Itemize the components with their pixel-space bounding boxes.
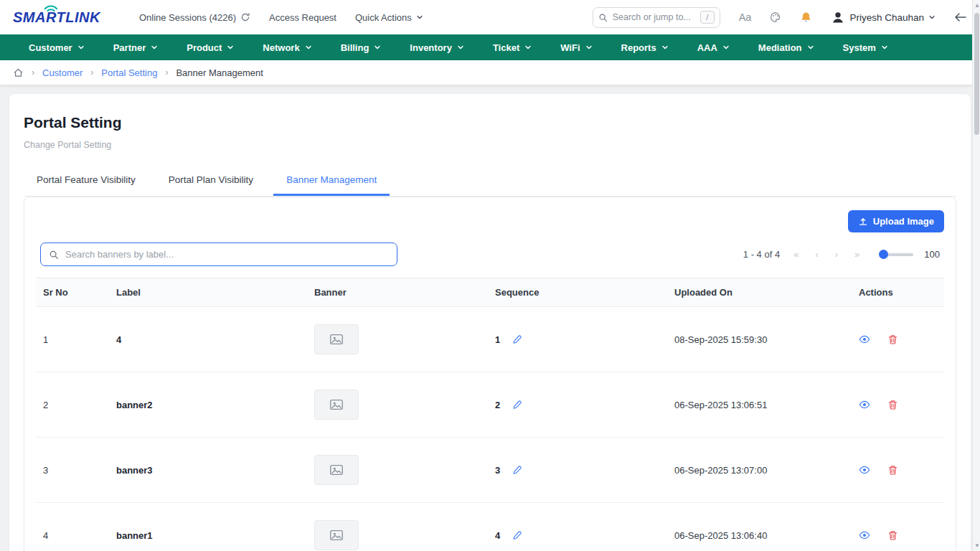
view-banner-icon[interactable] bbox=[859, 399, 870, 410]
back-arrow-icon[interactable] bbox=[954, 12, 967, 22]
nav-label: System bbox=[843, 42, 876, 53]
tab-banner-management[interactable]: Banner Management bbox=[273, 167, 390, 196]
nav-item-partner[interactable]: Partner bbox=[113, 42, 159, 53]
search-icon bbox=[598, 13, 608, 22]
chevron-down-icon bbox=[374, 44, 381, 51]
sr-no: 3 bbox=[36, 438, 109, 503]
delete-banner-icon[interactable] bbox=[887, 530, 898, 541]
image-icon bbox=[329, 331, 344, 347]
page-subtitle: Change Portal Setting bbox=[24, 140, 956, 150]
nav-item-product[interactable]: Product bbox=[187, 42, 234, 53]
view-banner-icon[interactable] bbox=[859, 464, 870, 476]
sequence-value: 4 bbox=[495, 530, 500, 541]
nav-item-aaa[interactable]: AAA bbox=[697, 42, 730, 53]
tab-portal-feature-visibility[interactable]: Portal Feature Visibility bbox=[24, 167, 149, 196]
nav-item-billing[interactable]: Billing bbox=[341, 42, 382, 53]
first-page-button[interactable]: « bbox=[791, 249, 801, 260]
breadcrumb-customer[interactable]: Customer bbox=[42, 67, 83, 78]
delete-banner-icon[interactable] bbox=[887, 400, 898, 410]
scroll-up-arrow[interactable]: ▲ bbox=[974, 3, 979, 8]
tab-portal-plan-visibility[interactable]: Portal Plan Visibility bbox=[156, 167, 266, 196]
global-search[interactable]: / bbox=[593, 7, 720, 28]
uploaded-on: 06-Sep-2025 13:06:51 bbox=[667, 372, 852, 438]
uploaded-on: 06-Sep-2025 13:06:40 bbox=[667, 503, 852, 551]
col-label: Label bbox=[109, 278, 307, 307]
image-icon bbox=[329, 527, 344, 543]
edit-sequence-icon[interactable] bbox=[512, 530, 522, 541]
nav-item-wifi[interactable]: WiFi bbox=[560, 42, 592, 53]
chevron-down-icon bbox=[661, 44, 669, 51]
page-size-slider[interactable] bbox=[880, 253, 913, 256]
online-sessions[interactable]: Online Sessions (4226) bbox=[139, 12, 250, 23]
user-name: Priyesh Chauhan bbox=[849, 12, 924, 23]
banner-thumbnail[interactable] bbox=[314, 324, 359, 354]
nav-item-customer[interactable]: Customer bbox=[29, 42, 85, 53]
scroll-down-arrow[interactable]: ▼ bbox=[974, 543, 979, 548]
nav-label: Inventory bbox=[410, 42, 452, 53]
edit-sequence-icon[interactable] bbox=[512, 334, 522, 345]
page-content: Portal Setting Change Portal Setting Por… bbox=[0, 85, 980, 551]
access-request-label: Access Request bbox=[269, 12, 336, 23]
chevron-down-icon bbox=[585, 44, 593, 51]
chevron-down-icon bbox=[524, 44, 532, 51]
view-banner-icon[interactable] bbox=[859, 334, 870, 345]
banner-thumbnail[interactable] bbox=[314, 455, 359, 485]
delete-banner-icon[interactable] bbox=[887, 465, 898, 476]
edit-sequence-icon[interactable] bbox=[512, 465, 522, 476]
banner-search[interactable] bbox=[40, 242, 397, 266]
global-search-input[interactable] bbox=[613, 12, 695, 22]
nav-item-inventory[interactable]: Inventory bbox=[410, 42, 464, 53]
nav-label: Partner bbox=[113, 42, 146, 53]
delete-banner-icon[interactable] bbox=[887, 334, 898, 345]
breadcrumb-separator: › bbox=[90, 67, 93, 77]
access-request-link[interactable]: Access Request bbox=[269, 12, 336, 23]
quick-actions-menu[interactable]: Quick Actions bbox=[355, 12, 423, 23]
view-banner-icon[interactable] bbox=[859, 529, 870, 541]
table-row: 1 4 1 08-Sep-2025 15:59:30 bbox=[36, 307, 944, 372]
nav-item-network[interactable]: Network bbox=[263, 42, 311, 53]
chevron-down-icon bbox=[928, 14, 936, 21]
page-title: Portal Setting bbox=[24, 114, 956, 131]
upload-image-button[interactable]: Upload Image bbox=[848, 210, 944, 232]
refresh-icon[interactable] bbox=[240, 12, 250, 22]
banner-thumbnail[interactable] bbox=[314, 390, 359, 420]
chevron-down-icon bbox=[722, 44, 730, 51]
slider-knob[interactable] bbox=[879, 250, 888, 259]
scrollbar-thumb[interactable] bbox=[974, 13, 979, 135]
image-icon bbox=[329, 397, 344, 413]
nav-item-mediation[interactable]: Mediation bbox=[758, 42, 814, 53]
nav-item-reports[interactable]: Reports bbox=[621, 42, 669, 53]
smartlink-logo[interactable]: SMARTLINK bbox=[13, 9, 100, 26]
sequence-value: 2 bbox=[495, 400, 500, 410]
edit-sequence-icon[interactable] bbox=[512, 400, 522, 410]
nav-item-system[interactable]: System bbox=[843, 42, 888, 53]
nav-label: Mediation bbox=[758, 42, 802, 53]
uploaded-on: 06-Sep-2025 13:07:00 bbox=[667, 438, 852, 503]
banner-label: banner3 bbox=[109, 438, 307, 503]
col-actions: Actions bbox=[852, 278, 944, 307]
home-icon[interactable] bbox=[13, 67, 24, 78]
text-size-button[interactable]: Aa bbox=[739, 11, 752, 23]
notifications-icon[interactable] bbox=[800, 11, 812, 24]
theme-icon[interactable] bbox=[770, 11, 781, 23]
vertical-scrollbar[interactable]: ▲ ▼ bbox=[972, 0, 980, 551]
tab-bar: Portal Feature Visibility Portal Plan Vi… bbox=[24, 167, 956, 197]
next-page-button[interactable]: › bbox=[832, 249, 841, 260]
upload-icon bbox=[858, 217, 868, 227]
banner-search-input[interactable] bbox=[65, 249, 389, 260]
uploaded-on: 08-Sep-2025 15:59:30 bbox=[667, 307, 852, 372]
banner-label: banner1 bbox=[109, 503, 307, 551]
banner-label: 4 bbox=[109, 307, 307, 372]
banner-thumbnail[interactable] bbox=[314, 520, 359, 550]
nav-item-ticket[interactable]: Ticket bbox=[493, 42, 532, 53]
nav-label: Product bbox=[187, 42, 222, 53]
nav-label: Customer bbox=[29, 42, 72, 53]
portal-setting-card: Portal Setting Change Portal Setting Por… bbox=[9, 94, 971, 551]
chevron-down-icon bbox=[416, 14, 423, 21]
breadcrumb-separator: › bbox=[165, 67, 168, 77]
user-menu[interactable]: Priyesh Chauhan bbox=[831, 10, 936, 24]
breadcrumb-portal-setting[interactable]: Portal Setting bbox=[101, 67, 157, 78]
last-page-button[interactable]: » bbox=[852, 249, 862, 260]
prev-page-button[interactable]: ‹ bbox=[812, 249, 821, 260]
banners-table: Sr No Label Banner Sequence Uploaded On … bbox=[36, 278, 944, 551]
